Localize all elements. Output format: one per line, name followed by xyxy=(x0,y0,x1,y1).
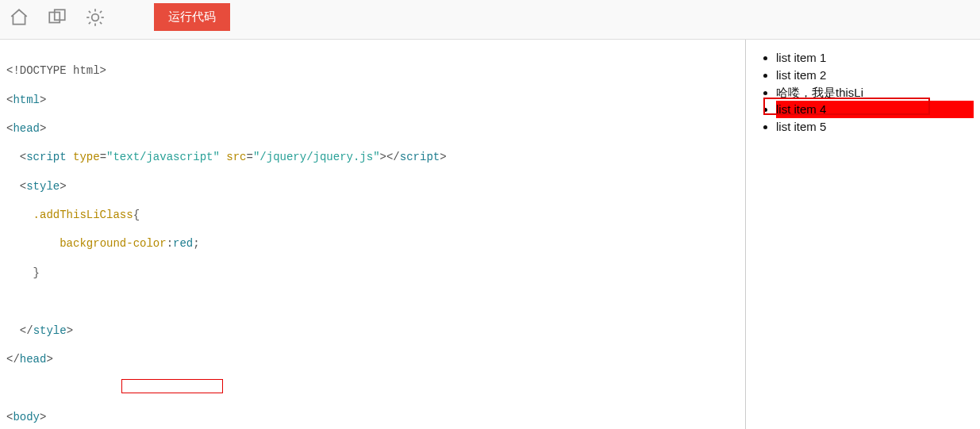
code-text: script xyxy=(26,151,66,163)
workspace: <!DOCTYPE html> <html> <head> <script ty… xyxy=(0,40,980,429)
code-text: > xyxy=(380,151,386,163)
code-text: = xyxy=(100,151,106,163)
windows-icon[interactable] xyxy=(46,6,68,29)
list-item: list item 2 xyxy=(776,67,974,84)
code-text xyxy=(6,151,20,163)
run-code-button[interactable]: 运行代码 xyxy=(154,3,230,31)
annotation-box-code xyxy=(121,379,223,393)
svg-point-2 xyxy=(92,13,99,21)
code-text: script xyxy=(400,151,440,163)
code-text: { xyxy=(133,209,140,221)
code-text: <!DOCTYPE html> xyxy=(6,64,106,77)
list-item-highlighted: list item 4 xyxy=(776,101,974,118)
code-text xyxy=(6,180,20,193)
code-text: style xyxy=(26,180,60,193)
list-item: 哈喽，我是thisLi xyxy=(776,84,974,102)
code-text xyxy=(6,209,33,221)
code-text: </ xyxy=(6,353,20,366)
svg-line-8 xyxy=(100,21,102,23)
code-text: > xyxy=(67,324,73,337)
code-editor[interactable]: <!DOCTYPE html> <html> <head> <script ty… xyxy=(0,40,746,429)
code-text: > xyxy=(46,353,52,366)
code-text: </ xyxy=(20,324,33,337)
svg-line-9 xyxy=(89,21,90,23)
code-text: html xyxy=(13,94,40,106)
code-text: : xyxy=(167,237,173,250)
toolbar: 运行代码 xyxy=(0,0,980,40)
code-text: "/jquery/jquery.js" xyxy=(253,151,380,163)
code-text: > xyxy=(40,94,46,106)
sun-icon[interactable] xyxy=(84,6,106,29)
svg-line-7 xyxy=(89,10,90,12)
code-text xyxy=(6,237,60,250)
code-text: head xyxy=(20,353,47,366)
code-text: = xyxy=(247,151,253,163)
list-item: list item 1 xyxy=(776,49,974,67)
code-text xyxy=(6,324,20,337)
code-text: > xyxy=(60,180,66,193)
code-text: > xyxy=(40,411,46,423)
code-text: > xyxy=(440,151,446,163)
code-text: type xyxy=(73,151,100,163)
home-icon[interactable] xyxy=(8,6,30,29)
code-text: red xyxy=(173,237,193,250)
preview-list: list item 1 list item 2 哈喽，我是thisLi list… xyxy=(776,49,974,136)
preview-pane: list item 1 list item 2 哈喽，我是thisLi list… xyxy=(746,40,980,429)
code-text: < xyxy=(20,151,26,163)
code-text: </ xyxy=(386,151,400,163)
code-text: background-color xyxy=(60,237,166,250)
code-text: < xyxy=(20,180,26,193)
code-text: > xyxy=(40,122,46,135)
code-text: style xyxy=(33,324,67,337)
code-text: body xyxy=(13,411,40,423)
svg-line-10 xyxy=(100,10,102,12)
code-text: src xyxy=(226,151,246,163)
code-text: ; xyxy=(193,237,199,250)
code-text: head xyxy=(13,122,40,135)
list-item: list item 5 xyxy=(776,118,974,136)
code-text: } xyxy=(33,266,40,279)
code-text: .addThisLiClass xyxy=(33,209,133,221)
code-text xyxy=(6,266,33,279)
code-text: "text/javascript" xyxy=(106,151,220,163)
code-text xyxy=(67,151,73,163)
